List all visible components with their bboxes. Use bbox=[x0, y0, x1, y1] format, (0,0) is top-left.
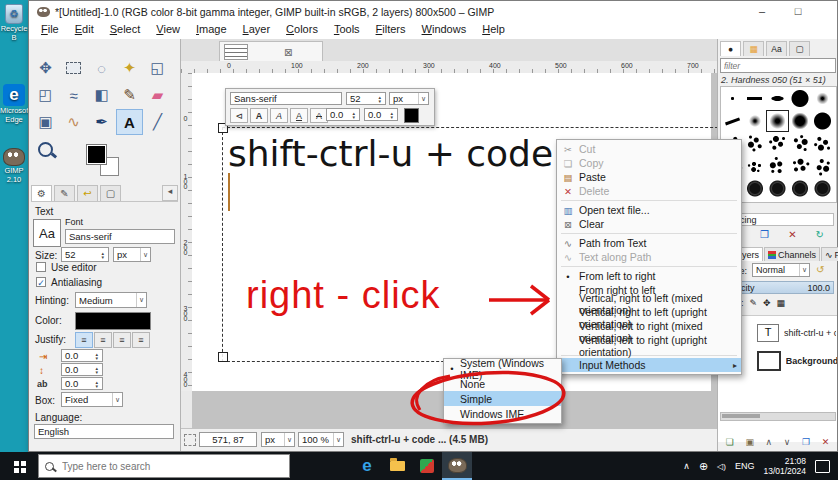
tab-tool-options[interactable]: ⚙ bbox=[31, 185, 52, 201]
brush-swatch[interactable] bbox=[744, 110, 767, 133]
text-color-swatch[interactable] bbox=[75, 312, 151, 330]
menu-item-vert-ltr-upright[interactable]: Vertical, left to right (upright orienta… bbox=[557, 339, 741, 353]
size-spinner[interactable]: ▴▾ bbox=[100, 250, 105, 260]
unit-dropdown[interactable]: px∨ bbox=[261, 432, 295, 447]
letter-spacing-spinner[interactable]: ▴▾ bbox=[94, 379, 99, 389]
quick-mask-button[interactable] bbox=[184, 434, 196, 446]
size-unit-dropdown[interactable]: px∨ bbox=[113, 247, 151, 262]
justify-right-button[interactable]: ≡ bbox=[113, 332, 131, 348]
justify-left-button[interactable]: ≡ bbox=[75, 332, 93, 348]
baseline-spinner[interactable]: ▴▾ bbox=[351, 110, 356, 120]
zoom-tool[interactable] bbox=[32, 136, 59, 162]
toolbar-color-swatch[interactable] bbox=[404, 108, 419, 123]
language-indicator[interactable]: ENG bbox=[735, 461, 755, 471]
menu-filters[interactable]: Filters bbox=[368, 22, 414, 39]
dock-collapse-icon[interactable]: ◂ bbox=[162, 185, 178, 201]
mode-switch-icon[interactable]: ↺ bbox=[816, 264, 824, 275]
layers-scrollbar[interactable] bbox=[720, 412, 836, 421]
title-bar[interactable]: *[Untitled]-1.0 (RGB color 8-bit gamma i… bbox=[29, 1, 837, 23]
menu-item-open-text-file[interactable]: ▥Open text file... bbox=[557, 203, 741, 217]
maximize-button[interactable]: □ bbox=[783, 1, 813, 21]
taskbar-clock[interactable]: 21:08 13/01/2024 bbox=[763, 456, 806, 476]
font-picker-button[interactable]: Aa bbox=[33, 219, 61, 247]
brush-swatch[interactable] bbox=[789, 110, 812, 133]
taskbar-gimp-active[interactable] bbox=[442, 452, 472, 480]
crop-tool[interactable]: ◱ bbox=[144, 55, 171, 81]
menu-item-delete[interactable]: ✕Delete bbox=[557, 184, 741, 198]
delete-brush-button[interactable]: ✕ bbox=[788, 229, 796, 240]
underline-button[interactable]: A bbox=[290, 108, 308, 123]
language-field[interactable]: English bbox=[34, 424, 174, 439]
toolbar-size-spinner[interactable]: ▴▾ bbox=[377, 94, 382, 104]
warp-tool[interactable]: ≈ bbox=[60, 82, 87, 108]
brush-swatch[interactable] bbox=[766, 177, 789, 200]
lock-alpha-icon[interactable]: ▦ bbox=[777, 298, 786, 308]
text-tool[interactable]: A bbox=[116, 109, 143, 135]
desktop-icon-recycle-bin[interactable]: ♻ Recycle B bbox=[0, 4, 28, 42]
tab-channels[interactable]: Channels bbox=[764, 247, 820, 261]
menu-edit[interactable]: Edit bbox=[67, 22, 102, 39]
brush-swatch[interactable] bbox=[789, 177, 812, 200]
brush-swatch[interactable] bbox=[718, 106, 747, 135]
patterns-tab[interactable]: ▦ bbox=[743, 41, 764, 56]
tab-undo-history[interactable]: ↩ bbox=[77, 185, 98, 201]
brush-swatch[interactable] bbox=[766, 132, 789, 155]
foreground-color-swatch[interactable] bbox=[87, 145, 106, 164]
ink-tool[interactable]: ✒ bbox=[88, 109, 115, 135]
taskbar-app-icon[interactable] bbox=[412, 452, 442, 480]
lock-position-icon[interactable]: ✥ bbox=[763, 298, 771, 308]
font-name-field[interactable]: Sans-serif bbox=[65, 229, 175, 244]
antialiasing-checkbox[interactable]: ✓ bbox=[36, 277, 46, 287]
toolbar-font-field[interactable]: Sans-serif bbox=[230, 92, 342, 105]
color-picker-tool[interactable]: ╱ bbox=[144, 109, 171, 135]
justify-center-button[interactable]: ≡ bbox=[94, 332, 112, 348]
indent-spinner[interactable]: ▴▾ bbox=[94, 351, 99, 361]
bold-button[interactable]: A bbox=[250, 108, 268, 123]
menu-windows[interactable]: Windows bbox=[414, 22, 475, 39]
fuzzy-select-tool[interactable]: ✦ bbox=[116, 55, 143, 81]
raise-layer-button[interactable]: ∧ bbox=[766, 437, 773, 447]
layer-name[interactable]: shift-ctrl-u + code bbox=[784, 328, 836, 338]
taskbar-search[interactable] bbox=[38, 454, 290, 478]
menu-item-cut[interactable]: ✂Cut bbox=[557, 142, 741, 156]
paintbrush-tool[interactable]: ✎ bbox=[116, 82, 143, 108]
eraser-tool[interactable]: ▰ bbox=[144, 82, 171, 108]
tab-device-status[interactable]: ✎ bbox=[54, 185, 75, 201]
new-layer-button[interactable]: ❏ bbox=[726, 437, 734, 447]
line-spacing-spinner[interactable]: ▴▾ bbox=[94, 365, 99, 375]
menu-select[interactable]: Select bbox=[102, 22, 149, 39]
menu-help[interactable]: Help bbox=[474, 22, 513, 39]
brush-filter-input[interactable] bbox=[720, 58, 836, 73]
lock-pixels-icon[interactable]: ✎ bbox=[750, 298, 758, 308]
brush-swatch[interactable] bbox=[744, 177, 767, 200]
transform-tool[interactable]: ◰ bbox=[32, 82, 59, 108]
tab-image-thumb[interactable]: ▢ bbox=[100, 185, 121, 201]
menu-layer[interactable]: Layer bbox=[235, 22, 279, 39]
desktop-icon-gimp[interactable]: GIMP 2.10 bbox=[0, 148, 28, 184]
menu-tools[interactable]: Tools bbox=[326, 22, 368, 39]
kerning-spinner[interactable]: ▴▾ bbox=[389, 110, 394, 120]
duplicate-layer-button[interactable]: ❐ bbox=[802, 437, 810, 447]
box-dropdown[interactable]: Fixed∨ bbox=[61, 392, 123, 407]
taskbar-explorer-icon[interactable] bbox=[382, 452, 412, 480]
menu-file[interactable]: File bbox=[33, 22, 67, 39]
brush-swatch[interactable] bbox=[744, 87, 767, 110]
zoom-dropdown[interactable]: 100 %∨ bbox=[298, 432, 344, 447]
brush-swatch[interactable] bbox=[811, 177, 834, 200]
resize-handle[interactable] bbox=[218, 352, 228, 362]
desktop-icon-edge[interactable]: e Microsoft Edge bbox=[0, 84, 28, 124]
notification-center-icon[interactable] bbox=[815, 460, 830, 473]
brush-swatch[interactable] bbox=[811, 110, 834, 133]
scrollbar-thumb[interactable] bbox=[722, 414, 760, 418]
start-button[interactable] bbox=[0, 452, 38, 480]
size-field[interactable]: 52▴▾ bbox=[61, 247, 109, 262]
menu-view[interactable]: View bbox=[148, 22, 188, 39]
layer-name[interactable]: Background bbox=[786, 356, 837, 366]
menu-item-text-along-path[interactable]: ∿Text along Path bbox=[557, 250, 741, 264]
menu-item-paste[interactable]: ▤Paste bbox=[557, 170, 741, 184]
menu-image[interactable]: Image bbox=[188, 22, 235, 39]
brush-swatch[interactable] bbox=[789, 132, 812, 155]
letter-spacing-field[interactable]: 0.0▴▾ bbox=[61, 377, 103, 390]
smudge-tool[interactable]: ∿ bbox=[60, 109, 87, 135]
italic-button[interactable]: A bbox=[270, 108, 288, 123]
